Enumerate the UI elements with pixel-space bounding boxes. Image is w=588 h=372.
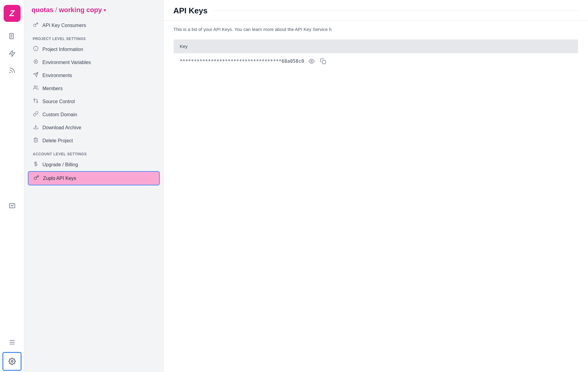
table-cell-key: ************************************68a0…	[174, 53, 578, 69]
sidebar-item-source-control[interactable]: Source Control	[28, 95, 160, 108]
section-label-project: PROJECT LEVEL SETTINGS	[28, 32, 160, 43]
app-logo[interactable]: Z	[4, 5, 21, 22]
list-icon	[8, 339, 16, 346]
section-label-account: ACCOUNT LEVEL SETTINGS	[28, 147, 160, 158]
svg-point-4	[10, 72, 10, 73]
key-icon	[33, 22, 39, 29]
sidebar-item-custom-domain[interactable]: Custom Domain	[28, 108, 160, 121]
chart-icon	[8, 203, 16, 210]
breadcrumb-branch[interactable]: working copy	[59, 6, 102, 14]
svg-rect-27	[322, 61, 326, 64]
nav-lightning[interactable]	[0, 45, 24, 62]
info-icon	[33, 46, 39, 53]
breadcrumb: quotas / working copy ▾	[24, 0, 163, 19]
nav-chart[interactable]	[0, 198, 24, 215]
feed-icon	[8, 67, 16, 74]
sidebar-item-label: API Key Consumers	[42, 23, 86, 28]
sidebar-item-environments[interactable]: Environments	[28, 69, 160, 82]
documents-icon	[8, 33, 16, 40]
lightning-icon	[8, 50, 16, 57]
key-masked-value: ************************************68a0…	[180, 59, 304, 64]
sidebar-item-label: Upgrade / Billing	[42, 162, 78, 167]
copy-icon	[320, 58, 326, 64]
icon-nav: Z	[0, 0, 24, 372]
sidebar-item-label: Delete Project	[42, 138, 73, 144]
sidebar-item-zuplo-api-keys[interactable]: Zuplo API Keys	[28, 171, 160, 185]
breadcrumb-dropdown-arrow[interactable]: ▾	[104, 7, 106, 13]
svg-point-10	[34, 24, 36, 27]
main-description: This is a list of your API Keys. You can…	[173, 27, 578, 32]
members-icon	[33, 85, 39, 92]
svg-point-26	[311, 61, 312, 62]
api-key-icon	[33, 175, 39, 182]
api-keys-table: Key ************************************…	[173, 39, 578, 69]
sidebar-item-upgrade-billing[interactable]: Upgrade / Billing	[28, 158, 160, 171]
sidebar-item-download-archive[interactable]: Download Archive	[28, 121, 160, 134]
sidebar-item-label: Zuplo API Keys	[43, 176, 76, 181]
settings-icon	[8, 358, 16, 365]
nav-settings[interactable]	[2, 352, 22, 371]
sidebar-item-label: Environment Variables	[42, 60, 91, 65]
breadcrumb-separator: /	[55, 6, 57, 14]
page-title: API Keys	[173, 6, 208, 15]
header-divider	[214, 11, 578, 11]
nav-list[interactable]	[0, 334, 24, 351]
main-body: This is a list of your API Keys. You can…	[164, 21, 588, 372]
link-icon	[33, 111, 39, 118]
sidebar-menu: API Key Consumers PROJECT LEVEL SETTINGS…	[24, 19, 163, 185]
breadcrumb-project[interactable]: quotas	[32, 6, 53, 14]
nav-feed[interactable]	[0, 62, 24, 79]
reveal-key-button[interactable]	[307, 58, 316, 65]
sidebar-item-delete-project[interactable]: Delete Project	[28, 134, 160, 147]
svg-point-9	[11, 360, 13, 362]
sidebar-item-environment-variables[interactable]: Environment Variables	[28, 56, 160, 69]
billing-icon	[33, 161, 39, 168]
logo-letter: Z	[9, 8, 15, 18]
svg-point-18	[36, 101, 38, 103]
svg-point-17	[34, 86, 36, 87]
sidebar-item-label: Custom Domain	[42, 112, 77, 117]
sidebar-item-members[interactable]: Members	[28, 82, 160, 95]
download-icon	[33, 124, 39, 131]
main-content: API Keys This is a list of your API Keys…	[164, 0, 588, 372]
sidebar-item-label: Project Information	[42, 47, 83, 52]
trash-icon	[33, 137, 39, 144]
source-control-icon	[33, 98, 39, 105]
table-header-key: Key	[174, 39, 578, 53]
sidebar-item-api-key-consumers[interactable]: API Key Consumers	[28, 19, 160, 32]
copy-key-button[interactable]	[319, 58, 327, 65]
svg-point-25	[34, 177, 37, 180]
sidebar-item-label: Source Control	[42, 99, 75, 104]
sidebar-item-label: Members	[42, 86, 63, 91]
svg-point-19	[34, 99, 35, 100]
nav-documents[interactable]	[0, 28, 24, 45]
sidebar-item-label: Environments	[42, 73, 72, 78]
sidebar: quotas / working copy ▾ API Key Consumer…	[24, 0, 164, 372]
environments-icon	[33, 72, 39, 79]
main-header: API Keys	[164, 0, 588, 21]
key-row-content: ************************************68a0…	[180, 58, 572, 65]
table-row: ************************************68a0…	[174, 53, 578, 69]
eye-icon	[309, 58, 315, 64]
sidebar-item-project-information[interactable]: Project Information	[28, 43, 160, 56]
variable-icon	[33, 59, 39, 66]
sidebar-item-label: Download Archive	[42, 125, 81, 130]
